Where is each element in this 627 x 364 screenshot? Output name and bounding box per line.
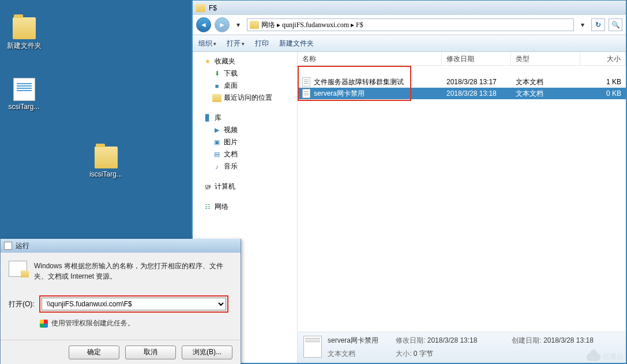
- cancel-button[interactable]: 取消: [125, 346, 176, 359]
- document-icon: ▤: [212, 151, 221, 159]
- network-icon: ☷: [203, 203, 212, 211]
- desktop-icon-scsitarg[interactable]: scsiTarg...: [2, 78, 46, 111]
- explorer-body: ★收藏夹 ⬇下载 ■桌面 最近访问的位置 ▊库 ▶视频 ▣图片 ▤文档 ♪音乐 …: [193, 52, 626, 363]
- download-icon: ⬇: [212, 70, 221, 78]
- nav-libraries[interactable]: ▊库: [195, 112, 295, 124]
- cloud-icon: [587, 353, 600, 361]
- desktop-icon-iscsitarg[interactable]: iscsiTarg...: [84, 147, 127, 178]
- icon-label: iscsiTarg...: [89, 170, 122, 178]
- open-menu[interactable]: 打开: [227, 39, 245, 48]
- history-dropdown[interactable]: ▾: [233, 17, 243, 32]
- run-icon: [4, 242, 12, 250]
- input-highlight: \\qunjiFS.fudanwuxi.com\F$: [39, 295, 228, 313]
- star-icon: ★: [203, 58, 212, 66]
- print-button[interactable]: 打印: [255, 39, 269, 48]
- run-titlebar[interactable]: 运行: [1, 239, 241, 253]
- document-icon: [303, 336, 322, 358]
- nav-downloads[interactable]: ⬇下载: [195, 67, 295, 80]
- run-large-icon: [9, 261, 27, 277]
- status-name: servera网卡禁用: [328, 336, 378, 347]
- icon-label: 新建文件夹: [7, 41, 42, 51]
- folder-icon: [196, 4, 205, 12]
- document-icon: [302, 77, 310, 87]
- browse-button[interactable]: 浏览(B)...: [182, 346, 232, 359]
- nav-music[interactable]: ♪音乐: [195, 160, 295, 172]
- window-title: F$: [209, 4, 217, 12]
- status-type: 文本文档: [328, 349, 378, 360]
- address-bar: ◄ ► ▾ 网络 ▸ qunjiFS.fudanwuxi.com ▸ F$ ▾ …: [193, 15, 626, 35]
- column-headers: 名称 修改日期 类型 大小: [298, 52, 626, 66]
- watermark: 亿速云: [587, 352, 624, 362]
- computer-icon: 🖳: [203, 183, 212, 191]
- file-list: 文件服务器故障转移群集测试 2018/3/28 13:17 文本文档 1 KB …: [298, 66, 626, 332]
- back-button[interactable]: ◄: [196, 17, 211, 32]
- video-icon: ▶: [212, 126, 221, 134]
- run-input[interactable]: \\qunjiFS.fudanwuxi.com\F$: [42, 298, 226, 310]
- desktop-icon: ■: [212, 82, 221, 90]
- nav-documents[interactable]: ▤文档: [195, 148, 295, 160]
- ok-button[interactable]: 确定: [69, 346, 119, 359]
- music-icon: ♪: [212, 163, 221, 171]
- nav-computer[interactable]: 🖳计算机: [195, 181, 295, 193]
- nav-videos[interactable]: ▶视频: [195, 124, 295, 136]
- folder-icon: [95, 147, 118, 168]
- library-icon: ▊: [203, 114, 212, 122]
- col-date[interactable]: 修改日期: [442, 52, 511, 65]
- organize-menu[interactable]: 组织: [198, 39, 216, 48]
- folder-icon: [13, 17, 36, 39]
- newfolder-button[interactable]: 新建文件夹: [279, 39, 314, 48]
- run-title: 运行: [16, 241, 29, 251]
- address-dropdown[interactable]: ▾: [577, 17, 588, 32]
- run-description: Windows 将根据您所输入的名称，为您打开相应的程序、文件夹、文档或 Int…: [34, 261, 232, 282]
- col-name[interactable]: 名称: [298, 52, 442, 65]
- document-icon: [302, 89, 310, 98]
- nav-network[interactable]: ☷网络: [195, 201, 295, 213]
- status-bar: servera网卡禁用 修改日期: 2018/3/28 13:18 创建日期: …: [298, 332, 626, 363]
- icon-label: scsiTarg...: [8, 103, 39, 111]
- col-type[interactable]: 类型: [511, 52, 580, 65]
- run-dialog: 运行 Windows 将根据您所输入的名称，为您打开相应的程序、文件夹、文档或 …: [0, 239, 241, 364]
- col-size[interactable]: 大小: [580, 52, 626, 65]
- nav-recent[interactable]: 最近访问的位置: [195, 92, 295, 104]
- file-row[interactable]: 文件服务器故障转移群集测试 2018/3/28 13:17 文本文档 1 KB: [298, 76, 626, 88]
- refresh-button[interactable]: ↻: [591, 18, 605, 31]
- forward-button[interactable]: ►: [215, 17, 230, 32]
- explorer-titlebar[interactable]: F$: [193, 1, 626, 15]
- document-icon: [13, 78, 35, 101]
- admin-note: 使用管理权限创建此任务。: [51, 318, 134, 328]
- address-path: 网络 ▸ qunjiFS.fudanwuxi.com ▸ F$: [261, 20, 363, 30]
- nav-desktop[interactable]: ■桌面: [195, 80, 295, 92]
- file-row[interactable]: servera网卡禁用 2018/3/28 13:18 文本文档 0 KB: [298, 88, 626, 99]
- address-field[interactable]: 网络 ▸ qunjiFS.fudanwuxi.com ▸ F$: [247, 18, 574, 31]
- desktop-icon-newfolder[interactable]: 新建文件夹: [2, 17, 46, 51]
- file-content: 名称 修改日期 类型 大小 文件服务器故障转移群集测试 2018/3/28 13…: [298, 52, 626, 363]
- explorer-window: F$ ◄ ► ▾ 网络 ▸ qunjiFS.fudanwuxi.com ▸ F$…: [192, 0, 627, 364]
- button-bar: 确定 取消 浏览(B)...: [1, 340, 241, 364]
- nav-pictures[interactable]: ▣图片: [195, 136, 295, 148]
- folder-icon: [250, 21, 259, 29]
- nav-favorites[interactable]: ★收藏夹: [195, 55, 295, 67]
- search-button[interactable]: 🔍: [609, 18, 622, 31]
- shield-icon: [40, 320, 48, 328]
- folder-icon: [212, 94, 221, 102]
- explorer-toolbar: 组织 打开 打印 新建文件夹: [193, 35, 626, 52]
- open-label: 打开(O):: [9, 299, 35, 309]
- picture-icon: ▣: [212, 138, 221, 147]
